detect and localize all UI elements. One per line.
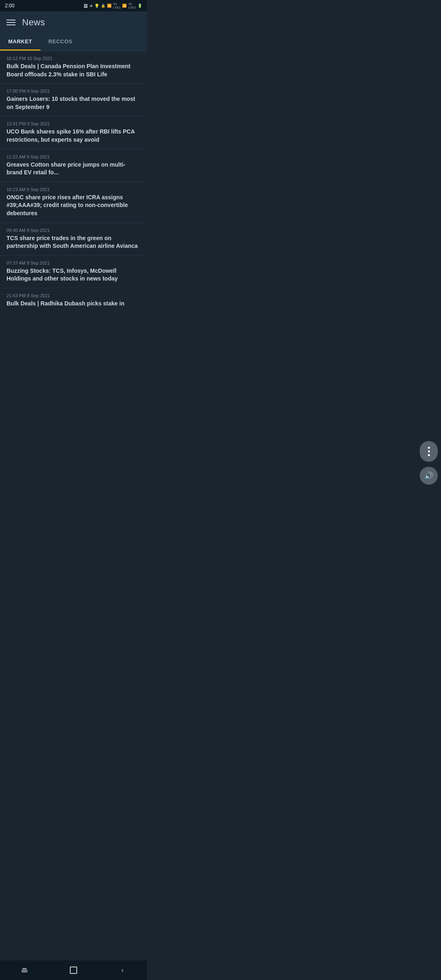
- news-item[interactable]: 13:41 PM 9 Sep 2021UCO Bank shares spike…: [0, 116, 147, 149]
- news-timestamp: 13:41 PM 9 Sep 2021: [7, 121, 140, 126]
- news-headline: Buzzing Stocks: TCS, Infosys, McDowell H…: [7, 267, 140, 283]
- lte1-label: VoLTE1: [113, 2, 121, 9]
- tab-market[interactable]: MARKET: [0, 33, 40, 51]
- wifi-icon: 📶: [107, 4, 111, 8]
- news-timestamp: 16:12 PM 10 Sep 2021: [7, 56, 140, 61]
- signal1-icon: 📶: [122, 4, 127, 8]
- status-time: 2:00: [5, 3, 14, 9]
- status-icons: 🖼 ✳ 💡 🔒 📶 VoLTE1 📶 VoLTE2 🔋: [84, 2, 142, 9]
- news-item[interactable]: 17:00 PM 9 Sep 2021Gainers Losers: 10 st…: [0, 84, 147, 116]
- news-timestamp: 09:40 AM 9 Sep 2021: [7, 228, 140, 233]
- flashlight-icon: 💡: [94, 4, 99, 8]
- news-timestamp: 07:37 AM 9 Sep 2021: [7, 261, 140, 265]
- lock-icon: 🔒: [101, 4, 105, 8]
- news-timestamp: 11:22 AM 9 Sep 2021: [7, 154, 140, 159]
- news-scroll-container[interactable]: 16:12 PM 10 Sep 2021Bulk Deals | Canada …: [0, 51, 147, 307]
- news-headline: Gainers Losers: 10 stocks that moved the…: [7, 95, 140, 111]
- menu-button[interactable]: [7, 20, 16, 25]
- news-headline: TCS share price trades in the green on p…: [7, 234, 140, 250]
- status-bar: 2:00 🖼 ✳ 💡 🔒 📶 VoLTE1 📶 VoLTE2 🔋: [0, 0, 147, 11]
- news-headline: UCO Bank shares spike 16% after RBI lift…: [7, 128, 140, 144]
- tab-reccos[interactable]: RECCOS: [40, 33, 81, 51]
- tab-bar: MARKET RECCOS: [0, 33, 147, 51]
- app-header: News: [0, 11, 147, 33]
- news-list: 16:12 PM 10 Sep 2021Bulk Deals | Canada …: [0, 51, 147, 307]
- news-item[interactable]: 21:43 PM 8 Sep 2021Bulk Deals | Radhika …: [0, 288, 147, 307]
- news-headline: ONGC share price rises after ICRA assign…: [7, 194, 140, 218]
- news-timestamp: 21:43 PM 8 Sep 2021: [7, 293, 140, 298]
- news-headline: Greaves Cotton share price jumps on mult…: [7, 161, 140, 177]
- gallery-icon: 🖼: [84, 4, 88, 8]
- news-item[interactable]: 07:37 AM 9 Sep 2021Buzzing Stocks: TCS, …: [0, 256, 147, 288]
- news-item[interactable]: 16:12 PM 10 Sep 2021Bulk Deals | Canada …: [0, 51, 147, 84]
- settings-icon: ✳: [89, 4, 93, 8]
- news-timestamp: 17:00 PM 9 Sep 2021: [7, 89, 140, 94]
- news-timestamp: 10:23 AM 9 Sep 2021: [7, 187, 140, 192]
- battery-icon: 🔋: [138, 4, 142, 8]
- news-item[interactable]: 11:22 AM 9 Sep 2021Greaves Cotton share …: [0, 149, 147, 182]
- lte2-label: VoLTE2: [128, 2, 136, 9]
- news-item[interactable]: 10:23 AM 9 Sep 2021ONGC share price rise…: [0, 182, 147, 223]
- page-title: News: [22, 17, 45, 28]
- news-headline: Bulk Deals | Radhika Dubash picks stake …: [7, 300, 140, 307]
- news-headline: Bulk Deals | Canada Pension Plan Investm…: [7, 62, 140, 78]
- news-item[interactable]: 09:40 AM 9 Sep 2021TCS share price trade…: [0, 223, 147, 256]
